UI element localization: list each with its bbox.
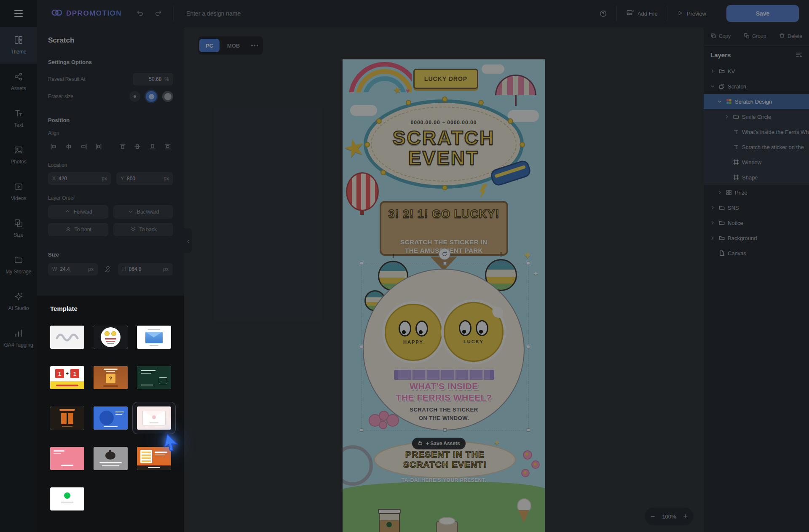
- layer-item-canvas[interactable]: Canvas: [704, 246, 809, 261]
- design-name-input[interactable]: [185, 10, 322, 17]
- grid-icon: [725, 190, 732, 195]
- forward-button[interactable]: Forward: [48, 205, 108, 219]
- template-thumbnail-pumpkin[interactable]: [94, 447, 128, 470]
- chevron-right-icon[interactable]: [710, 205, 715, 210]
- template-thumbnail-scribble[interactable]: [50, 326, 84, 349]
- align-right-icon[interactable]: [78, 140, 89, 153]
- add-file-button[interactable]: Add File: [616, 6, 667, 21]
- layer-item-sns[interactable]: SNS: [704, 200, 809, 215]
- chevron-right-icon[interactable]: [710, 69, 715, 74]
- layer-sort-icon[interactable]: [796, 51, 802, 58]
- text-icon: [14, 109, 23, 119]
- sidebar-item-theme[interactable]: Theme: [0, 27, 37, 64]
- group-button[interactable]: Group: [744, 33, 766, 40]
- sidebar-item-ai-studio[interactable]: AI Studio: [0, 283, 37, 320]
- template-thumbnail-blue-envelope[interactable]: [137, 326, 171, 349]
- selection-handle[interactable]: [443, 262, 447, 265]
- align-left-icon[interactable]: [48, 140, 59, 153]
- layer-item-smile-circle[interactable]: Smile Circle: [704, 109, 809, 124]
- zoom-in-button[interactable]: +: [683, 513, 688, 520]
- template-thumbnail-pink-envelope[interactable]: [137, 406, 171, 430]
- chevron-right-icon[interactable]: [724, 114, 730, 119]
- chevron-right-icon[interactable]: [717, 190, 723, 195]
- preview-button[interactable]: Preview: [667, 6, 715, 21]
- play-icon: [677, 10, 683, 18]
- copy-button[interactable]: Copy: [710, 33, 731, 40]
- rotate-handle-icon[interactable]: [439, 248, 450, 260]
- delete-button[interactable]: Delete: [779, 33, 802, 40]
- chevron-right-icon[interactable]: [710, 220, 715, 225]
- selection-handle[interactable]: [527, 262, 530, 265]
- template-thumbnail-coin-line[interactable]: [50, 487, 84, 511]
- selection-handle[interactable]: [527, 428, 530, 432]
- x-input[interactable]: X 420 px: [48, 172, 111, 185]
- template-thumbnail-pink-card[interactable]: [50, 447, 84, 470]
- template-thumbnail-green-card[interactable]: [137, 366, 171, 389]
- layer-item-kv[interactable]: KV: [704, 64, 809, 79]
- save-button[interactable]: Save: [726, 5, 799, 22]
- to-front-button[interactable]: To front: [48, 223, 108, 236]
- lightning-decoration: [478, 184, 488, 198]
- selection-handle[interactable]: [360, 345, 363, 348]
- sidebar-item-assets[interactable]: Assets: [0, 64, 37, 100]
- sidebar-item-size[interactable]: Size: [0, 210, 37, 247]
- help-button[interactable]: [590, 6, 616, 21]
- selection-handle[interactable]: [443, 428, 447, 432]
- sidebar-item-my-storage[interactable]: My Storage: [0, 247, 37, 283]
- redo-icon[interactable]: [150, 6, 166, 21]
- layer-item-background[interactable]: Background: [704, 230, 809, 246]
- sidebar-item-photos[interactable]: Photos: [0, 137, 37, 174]
- layer-item-scratch[interactable]: Scratch: [704, 79, 809, 94]
- selection-handle[interactable]: [360, 428, 363, 432]
- selection-handle[interactable]: [360, 262, 363, 265]
- chevron-down-icon[interactable]: [717, 99, 723, 104]
- chevron-down-icon[interactable]: [710, 84, 715, 89]
- layer-item-what-s-inside-the-ferris-wh[interactable]: What's inside the Ferris Wh: [704, 124, 809, 139]
- unlink-dimensions-icon[interactable]: [102, 263, 114, 275]
- align-top-icon[interactable]: [117, 140, 128, 153]
- layer-item-prize[interactable]: Prize: [704, 185, 809, 200]
- template-thumbnail-orange-doors[interactable]: [50, 406, 84, 430]
- collapse-panel-handle[interactable]: ‹: [184, 228, 192, 253]
- design-canvas[interactable]: ♥ ★ LUCKY DROP 0000.00.00 ~ 0000.00.00 S…: [343, 59, 545, 532]
- layer-item-window[interactable]: Window: [704, 155, 809, 170]
- align-center-h-icon[interactable]: [63, 140, 74, 153]
- undo-icon[interactable]: [133, 6, 148, 21]
- width-input[interactable]: W 24.4 px: [48, 263, 98, 275]
- template-thumbnail-smiley-sticker[interactable]: [94, 326, 128, 349]
- height-input[interactable]: H 864.8 px: [118, 263, 173, 275]
- sidebar-item-text[interactable]: Text: [0, 100, 37, 137]
- eraser-size-medium[interactable]: [146, 91, 157, 102]
- sidebar-item-videos[interactable]: Videos: [0, 174, 37, 210]
- tab-pc[interactable]: PC: [199, 39, 220, 52]
- to-back-button[interactable]: To back: [113, 223, 174, 236]
- save-assets-button[interactable]: + Save Assets: [412, 438, 466, 449]
- layer-item-scratch-the-sticker-on-the[interactable]: Scratch the sticker on the: [704, 139, 809, 155]
- template-thumbnail-blue-circle[interactable]: [94, 406, 128, 430]
- distribute-h-icon[interactable]: [93, 140, 104, 153]
- template-thumbnail-gift-box[interactable]: ?: [94, 366, 128, 389]
- selection-handle[interactable]: [527, 345, 530, 348]
- layer-item-notice[interactable]: Notice: [704, 215, 809, 230]
- flower-decoration: [523, 450, 532, 460]
- layer-item-scratch-design[interactable]: Scratch Design: [704, 94, 809, 109]
- distribute-v-icon[interactable]: [162, 140, 173, 153]
- tab-mob[interactable]: MOB: [221, 39, 246, 52]
- menu-button[interactable]: [0, 0, 37, 27]
- selection-box[interactable]: [361, 263, 529, 430]
- layer-item-shape[interactable]: Shape: [704, 170, 809, 185]
- eraser-size-large[interactable]: [162, 91, 173, 102]
- chevron-right-icon[interactable]: [710, 235, 715, 241]
- y-input[interactable]: Y 800 px: [116, 172, 173, 185]
- design-icon: [725, 99, 732, 104]
- reveal-result-input[interactable]: 50.68 %: [133, 73, 173, 86]
- folder-icon: [732, 114, 739, 120]
- backward-button[interactable]: Backward: [113, 205, 174, 219]
- align-center-v-icon[interactable]: [132, 140, 143, 153]
- sidebar-item-ga4-tagging[interactable]: GA4 Tagging: [0, 320, 37, 357]
- template-thumbnail-one-plus-one[interactable]: 1+1: [50, 366, 84, 389]
- eraser-size-small[interactable]: [129, 91, 140, 102]
- align-bottom-icon[interactable]: [147, 140, 158, 153]
- more-options-icon[interactable]: [247, 39, 262, 52]
- zoom-out-button[interactable]: −: [651, 513, 655, 520]
